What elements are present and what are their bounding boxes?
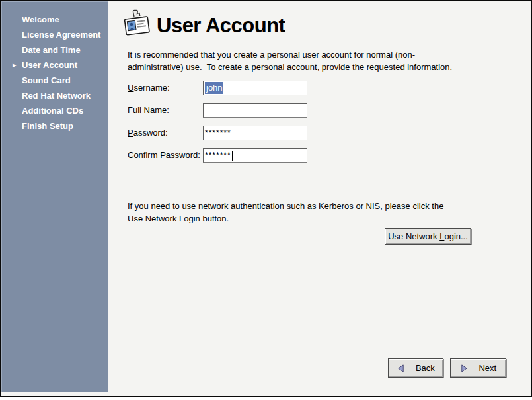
sidebar: Welcome License Agreement Date and Time … [1,1,108,392]
sidebar-item-label: Welcome [22,15,59,24]
sidebar-item-label: User Account [22,60,77,70]
sidebar-item-label: Additional CDs [22,106,83,116]
sidebar-item-sound-card: Sound Card [1,73,108,88]
use-network-login-button[interactable]: Use Network Login... [385,228,471,245]
setup-agent-window: Welcome License Agreement Date and Time … [0,0,532,397]
text-cursor [232,151,233,161]
username-label: Username: [128,81,170,95]
back-arrow-icon [397,344,411,393]
intro-text: It is recommended that you create a pers… [128,48,452,73]
id-badge-icon [123,9,151,38]
sidebar-item-welcome: Welcome [1,12,108,27]
sidebar-item-label: License Agreement [22,30,100,40]
confirm-password-label: Confirm Password: [128,148,200,163]
sidebar-item-license-agreement: License Agreement [1,27,108,42]
confirm-password-input[interactable]: ******* [203,148,307,163]
intro-line: administrative) use. To create a persona… [128,61,452,73]
sidebar-item-label: Sound Card [22,75,71,85]
network-auth-text: If you need to use network authenticatio… [128,200,443,225]
current-step-arrow-icon: ▸ [13,58,17,73]
next-button[interactable]: Next [450,358,506,378]
full-name-input[interactable] [203,103,307,118]
username-input[interactable]: john [203,81,307,95]
sidebar-item-finish-setup: Finish Setup [1,118,108,134]
page-title: User Account [157,15,285,36]
full-name-label: Full Name: [128,103,169,118]
sidebar-item-red-hat-network: Red Hat Network [1,88,108,103]
password-label: Password: [128,126,168,140]
masked-password-text: ******* [205,151,231,160]
selected-text: john [205,82,223,94]
masked-password-text: ******* [205,128,231,138]
next-arrow-icon [460,344,475,393]
sidebar-item-date-and-time: Date and Time [1,42,108,58]
network-auth-line: Use Network Login button. [128,212,443,225]
step-list: Welcome License Agreement Date and Time … [1,1,108,134]
intro-line: It is recommended that you create a pers… [128,48,452,61]
password-input[interactable]: ******* [203,126,307,140]
screen: { "colors": { "sidebar_bg": "#7E8DA4", "… [0,0,532,400]
network-auth-line: If you need to use network authenticatio… [128,200,443,212]
sidebar-item-label: Finish Setup [22,121,73,131]
back-button[interactable]: Back [388,358,443,378]
sidebar-item-additional-cds: Additional CDs [1,103,108,118]
sidebar-item-user-account: ▸ User Account [1,58,108,73]
sidebar-item-label: Red Hat Network [22,91,91,100]
sidebar-item-label: Date and Time [22,45,81,55]
